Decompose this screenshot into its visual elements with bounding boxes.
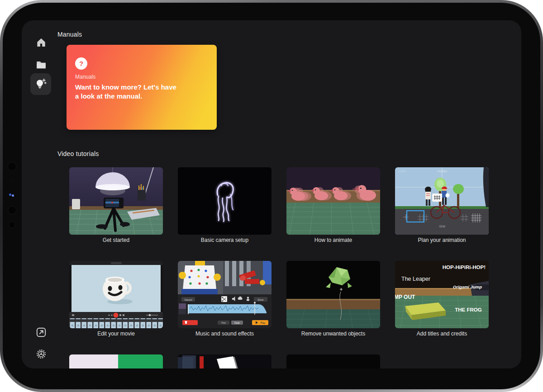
folder-icon bbox=[35, 59, 47, 71]
tutorial-cell: Get started bbox=[69, 167, 163, 244]
tutorial-thumb-remove-unwanted-objects[interactable] bbox=[286, 261, 380, 328]
thumbnail-art bbox=[69, 261, 163, 328]
camera-lens-icon bbox=[8, 162, 16, 171]
tutorial-caption: Edit your movie bbox=[69, 331, 163, 337]
sidebar-item-tips-selected[interactable] bbox=[30, 73, 51, 95]
lightbulb-sparkle-icon bbox=[35, 78, 47, 90]
tutorial-caption: How to animate bbox=[286, 237, 380, 244]
question-mark-icon: ? bbox=[75, 57, 87, 70]
thumbnail-art bbox=[286, 354, 380, 368]
thumb-overlay-fade: Fade bbox=[234, 321, 240, 324]
tutorial-caption: Remove unwanted objects bbox=[286, 331, 380, 337]
thumbnail-art: Undo Guides Grid bbox=[395, 167, 489, 235]
thumb-overlay-title5: THE FROG bbox=[455, 307, 481, 312]
thumbnail-art bbox=[286, 261, 380, 328]
tutorial-cell: Basic camera setup bbox=[178, 167, 272, 244]
tutorial-thumb-partial-2[interactable] bbox=[178, 354, 272, 368]
sidebar-item-settings[interactable] bbox=[35, 348, 47, 360]
tutorial-cell-partial bbox=[178, 354, 272, 368]
sidebar-item-home[interactable] bbox=[35, 37, 47, 48]
app-screen: Manuals ? Manuals Want to know more? Let… bbox=[22, 20, 521, 368]
thumb-overlay-title3: Origami Jump bbox=[453, 284, 482, 289]
thumbnail-art bbox=[69, 167, 163, 235]
home-icon bbox=[35, 37, 47, 48]
tutorial-thumb-partial-3[interactable] bbox=[286, 354, 380, 368]
sensor-dot-icon bbox=[9, 222, 15, 228]
tutorial-cell-partial bbox=[286, 354, 380, 368]
thumb-overlay-trim: Trim bbox=[221, 321, 226, 324]
tutorial-caption: Add titles and credits bbox=[395, 331, 489, 337]
tutorial-caption: Music and sound effects bbox=[178, 331, 272, 337]
manuals-card-title: Want to know more? Let's have a look at … bbox=[75, 83, 178, 101]
manuals-card[interactable]: ? Manuals Want to know more? Let's have … bbox=[67, 45, 217, 130]
tutorial-cell-partial bbox=[69, 354, 163, 368]
thumb-overlay-grid: Grid bbox=[439, 225, 445, 228]
thumb-overlay-guides: Guides bbox=[437, 170, 448, 173]
tutorial-cell: Remove unwanted objects bbox=[286, 261, 380, 337]
tutorial-thumb-add-titles-and-credits[interactable]: HOP-HiPiRi-HOP! The Leaper Origami Jump … bbox=[395, 261, 489, 328]
manuals-card-category: Manuals bbox=[75, 74, 95, 80]
thumbnail-art: Cancel Done bbox=[178, 261, 272, 328]
tutorial-cell: How to animate bbox=[286, 167, 380, 244]
tablet-frame: Manuals ? Manuals Want to know more? Let… bbox=[0, 0, 543, 392]
tutorial-thumb-how-to-animate[interactable] bbox=[286, 167, 380, 235]
camera-glint-icon bbox=[9, 194, 11, 196]
thumb-overlay-title2: The Leaper bbox=[401, 276, 430, 282]
thumbnail-art bbox=[286, 167, 380, 235]
thumbnail-art bbox=[178, 354, 272, 368]
tutorial-thumb-plan-your-animation[interactable]: Undo Guides Grid bbox=[395, 167, 489, 235]
tutorial-caption: Get started bbox=[69, 237, 163, 244]
tutorial-thumb-edit-your-movie[interactable] bbox=[69, 261, 163, 328]
sidebar-item-projects[interactable] bbox=[35, 59, 47, 71]
tutorial-cell: Edit your movie bbox=[69, 261, 163, 337]
thumb-overlay-undo: Undo bbox=[399, 170, 406, 173]
tutorial-thumb-basic-camera-setup[interactable] bbox=[178, 167, 272, 235]
microphone-dot-icon bbox=[11, 180, 13, 182]
sidebar-item-export[interactable] bbox=[35, 326, 47, 338]
tutorial-cell: HOP-HiPiRi-HOP! The Leaper Origami Jump … bbox=[395, 261, 489, 337]
video-tutorials-title: Video tutorials bbox=[57, 150, 99, 157]
tutorial-thumb-music-and-sound-effects[interactable]: Cancel Done bbox=[178, 261, 272, 328]
tutorial-cell: Undo Guides Grid Plan your animation bbox=[395, 167, 489, 244]
open-external-icon bbox=[35, 326, 47, 338]
tutorial-caption: Basic camera setup bbox=[178, 237, 272, 244]
thumb-overlay-cancel: Cancel bbox=[184, 298, 192, 301]
page-title: Manuals bbox=[57, 31, 82, 38]
thumbnail-art: HOP-HiPiRi-HOP! The Leaper Origami Jump … bbox=[395, 261, 489, 328]
thumb-overlay-title1: HOP-HiPiRi-HOP! bbox=[443, 264, 486, 270]
thumbnail-art bbox=[69, 354, 163, 368]
thumb-overlay-done: Done bbox=[257, 298, 263, 301]
thumbnail-art bbox=[178, 167, 272, 235]
thumb-overlay-play: Play bbox=[261, 321, 266, 324]
thumb-overlay-title4: MP OUT bbox=[395, 294, 415, 300]
tutorial-thumb-partial-1[interactable] bbox=[69, 354, 163, 368]
tutorial-cell: Cancel Done bbox=[178, 261, 272, 337]
tutorial-thumb-get-started[interactable] bbox=[69, 167, 163, 235]
camera-lens-2-icon bbox=[8, 206, 16, 214]
tutorial-caption: Plan your animation bbox=[395, 237, 489, 244]
gear-icon bbox=[35, 348, 47, 360]
screenshot-stage: Manuals ? Manuals Want to know more? Let… bbox=[0, 0, 543, 392]
tutorials-grid: Get started bbox=[69, 167, 489, 368]
